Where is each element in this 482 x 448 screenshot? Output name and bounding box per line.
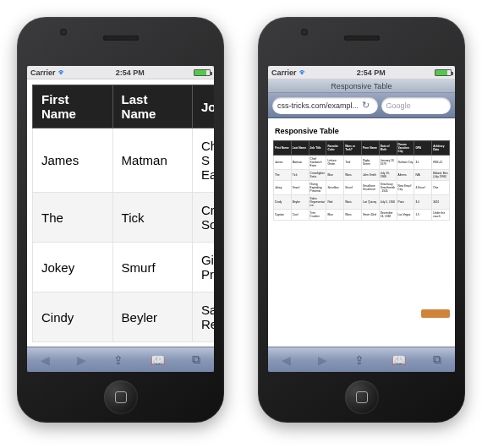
data-table-zoomed: First NameLast NameJob T JamesMatmanChie… bbox=[32, 85, 214, 342]
col-header: Porn Name bbox=[361, 141, 379, 156]
wifi-icon: ᯤ bbox=[58, 68, 67, 77]
bookmarks-icon[interactable]: 📖 bbox=[151, 353, 165, 367]
tabs-icon[interactable]: ⧉ bbox=[433, 352, 441, 367]
wifi-icon: ᯤ bbox=[299, 68, 308, 77]
col-header: Wars or Trek? bbox=[344, 141, 362, 156]
cell: 4.Smurf bbox=[414, 181, 432, 195]
cell: Lettuce Green bbox=[326, 156, 344, 170]
cell: December 13, 1982 bbox=[379, 210, 397, 221]
phone-right: Carrier ᯤ 2:54 PM Responsive Table css-t… bbox=[258, 17, 465, 423]
table-row: CindyBeylerSales RepresentativeRedWarsLo… bbox=[274, 195, 450, 210]
cell: Cool bbox=[291, 210, 309, 221]
corner-badge bbox=[421, 309, 450, 318]
cell: Smurf bbox=[344, 181, 362, 195]
col-header: Favorite Color bbox=[326, 141, 344, 156]
search-field[interactable]: Google bbox=[381, 97, 451, 114]
clock-label: 2:54 PM bbox=[357, 68, 386, 77]
cell: Giving Presen bbox=[192, 243, 214, 292]
cell: The bbox=[33, 193, 113, 243]
cell: Paris bbox=[397, 195, 414, 210]
back-icon[interactable]: ◀ bbox=[41, 353, 50, 367]
cell: John Smith bbox=[361, 170, 379, 181]
cell: Gotham City bbox=[397, 156, 414, 170]
search-placeholder: Google bbox=[386, 101, 411, 110]
cell: Red bbox=[326, 195, 344, 210]
cell: Edlund, Ben (July 1996) bbox=[432, 170, 450, 181]
home-button[interactable] bbox=[104, 380, 138, 414]
table-row: TheTickCrimefighter SortaBlueWarsJohn Sm… bbox=[274, 170, 450, 181]
tabs-icon[interactable]: ⧉ bbox=[192, 352, 200, 367]
cell: New Smurf City bbox=[397, 181, 414, 195]
battery-icon bbox=[435, 69, 452, 76]
cell: Blue bbox=[326, 210, 344, 221]
cell: N/A bbox=[414, 170, 432, 181]
cell: Trek bbox=[344, 156, 362, 170]
col-header: Arbitrary Data bbox=[432, 141, 450, 156]
cell: Tick bbox=[112, 193, 192, 243]
page-content-left[interactable]: First NameLast NameJob T JamesMatmanChie… bbox=[27, 79, 214, 347]
cell: The bbox=[274, 170, 292, 181]
cell: James bbox=[274, 156, 292, 170]
cell: Matman bbox=[291, 156, 309, 170]
reload-icon[interactable]: ↻ bbox=[362, 100, 370, 111]
table-row: JamesMatmanChief S Eater bbox=[33, 128, 215, 193]
status-bar: Carrier ᯤ 2:54 PM bbox=[27, 66, 214, 79]
cell: Jokey bbox=[274, 181, 292, 195]
comparison-stage: Carrier ᯤ 2:54 PM First NameLast NameJob… bbox=[0, 0, 482, 440]
back-icon[interactable]: ◀ bbox=[282, 353, 291, 367]
screen-left: Carrier ᯤ 2:54 PM First NameLast NameJob… bbox=[27, 66, 214, 372]
cell: Sales Representative bbox=[309, 195, 326, 210]
cell: One bbox=[432, 181, 450, 195]
screen-right: Carrier ᯤ 2:54 PM Responsive Table css-t… bbox=[268, 66, 455, 372]
table-row: CaptainCoolTree CrusherBlueWarsSteve 42n… bbox=[274, 210, 450, 221]
cell: Las Vegas bbox=[397, 210, 414, 221]
cell: Tree Crusher bbox=[309, 210, 326, 221]
cell: Beyler bbox=[291, 195, 309, 210]
page-content-right[interactable]: Responsive Table First NameLast NameJob … bbox=[268, 118, 455, 347]
cell: January 13, 1979 bbox=[379, 156, 397, 170]
table-row: TheTickCrimef Sorta bbox=[33, 193, 215, 243]
col-header: Last Name bbox=[112, 85, 192, 128]
cell: Cindy bbox=[33, 292, 113, 342]
cell: Wars bbox=[344, 210, 362, 221]
cell: Lori Quivey bbox=[361, 195, 379, 210]
cell: Crimefighter Sorta bbox=[309, 170, 326, 181]
table-row: JokeySmurfGiving Presen bbox=[33, 243, 215, 292]
cell: Beyler bbox=[112, 292, 192, 342]
cell: Smurfuary Smurfteenth, 1945 bbox=[379, 181, 397, 195]
cell: 3451 bbox=[432, 195, 450, 210]
cell: Athens bbox=[397, 170, 414, 181]
cell: July 19, 1968 bbox=[379, 170, 397, 181]
cell: Wars bbox=[344, 170, 362, 181]
carrier-label: Carrier bbox=[271, 68, 297, 77]
cell: Wars bbox=[344, 195, 362, 210]
cell: Jokey bbox=[33, 243, 113, 292]
cell: Matman bbox=[112, 128, 192, 193]
cell: Chief Sandwich Eater bbox=[309, 156, 326, 170]
cell: Smurflane Smurfmutt bbox=[361, 181, 379, 195]
home-button[interactable] bbox=[345, 380, 379, 414]
browser-toolbar: ◀ ▶ ⇪ 📖 ⧉ bbox=[268, 347, 455, 372]
url-field[interactable]: css-tricks.com/exampl... ↻ bbox=[272, 97, 378, 114]
bookmarks-icon[interactable]: 📖 bbox=[392, 353, 406, 367]
cell: Smurf bbox=[291, 181, 309, 195]
forward-icon[interactable]: ▶ bbox=[77, 353, 86, 367]
carrier-label: Carrier bbox=[30, 68, 56, 77]
cell: Blue bbox=[326, 170, 344, 181]
browser-url-bar: css-tricks.com/exampl... ↻ Google bbox=[268, 93, 455, 118]
col-header: Date of Birth bbox=[379, 141, 397, 156]
status-bar: Carrier ᯤ 2:54 PM bbox=[268, 66, 455, 79]
page-heading: Responsive Table bbox=[273, 123, 450, 140]
share-icon[interactable]: ⇪ bbox=[113, 353, 123, 367]
data-table-full: First NameLast NameJob TitleFavorite Col… bbox=[273, 140, 450, 221]
browser-toolbar: ◀ ▶ ⇪ 📖 ⧉ bbox=[27, 347, 214, 372]
col-header: First Name bbox=[33, 85, 113, 128]
share-icon[interactable]: ⇪ bbox=[354, 353, 364, 367]
table-row: JamesMatmanChief Sandwich EaterLettuce G… bbox=[274, 156, 450, 170]
table-row: CindyBeylerSales Repres bbox=[33, 292, 215, 342]
browser-page-title: Responsive Table bbox=[268, 79, 455, 93]
cell: Smurf bbox=[112, 243, 192, 292]
forward-icon[interactable]: ▶ bbox=[318, 353, 327, 367]
cell: Giving Exploding Presents bbox=[309, 181, 326, 195]
phone-left: Carrier ᯤ 2:54 PM First NameLast NameJob… bbox=[17, 17, 224, 423]
